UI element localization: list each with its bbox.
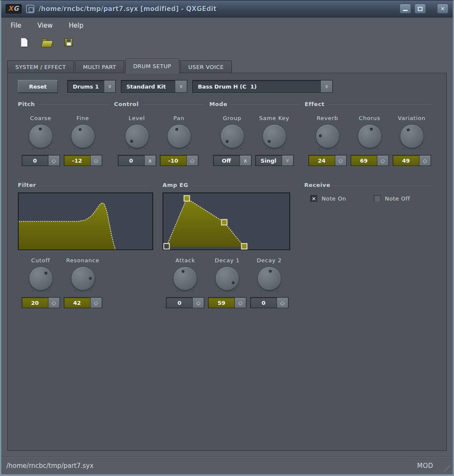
- group-header: Amp EG: [163, 181, 290, 189]
- spin-value-decay-1[interactable]: 59: [208, 298, 234, 308]
- knob-cutoff[interactable]: [29, 267, 53, 290]
- spin-value-resonance[interactable]: 42: [64, 298, 90, 308]
- spin-updown-icon[interactable]: ◇: [192, 298, 204, 308]
- reset-button[interactable]: Reset: [18, 80, 58, 93]
- envelope-node-handle-3[interactable]: [242, 244, 247, 249]
- spin-value-group[interactable]: Off: [214, 155, 240, 166]
- resize-grip[interactable]: [444, 465, 450, 471]
- save-file-button[interactable]: [63, 37, 74, 49]
- spin-value-fine[interactable]: -12: [64, 155, 90, 166]
- spin-updown-icon[interactable]: ◇: [234, 298, 246, 308]
- open-folder-icon: [42, 40, 51, 47]
- kit-select[interactable]: Standard Kit ∨: [121, 80, 187, 93]
- spin-updown-icon[interactable]: ◇: [48, 155, 60, 166]
- knob-chorus[interactable]: [358, 124, 382, 148]
- envelope-node-handle-1[interactable]: [184, 196, 190, 201]
- tab-drum-setup[interactable]: DRUM SETUP: [125, 59, 180, 73]
- tab-multi-part[interactable]: MULTI PART: [75, 60, 124, 73]
- spin-value-decay-2[interactable]: 0: [251, 298, 277, 308]
- knob-pointer: [396, 120, 427, 152]
- knob-fine[interactable]: [71, 124, 95, 148]
- chevron-down-icon[interactable]: ∨: [282, 155, 293, 166]
- knob-level[interactable]: [125, 124, 149, 148]
- knob-reverb[interactable]: [316, 124, 340, 148]
- spin-updown-icon[interactable]: ◇: [186, 155, 198, 166]
- app-window-icon[interactable]: [26, 5, 34, 13]
- spinbox-coarse: 0◇: [22, 155, 60, 166]
- filter-response-graph[interactable]: [19, 193, 148, 249]
- envelope-node-handle-2[interactable]: [222, 220, 227, 225]
- tab-user-voice[interactable]: USER VOICE: [180, 60, 232, 73]
- spin-updown-icon[interactable]: ◇: [90, 155, 102, 166]
- knob-row-pitch: Coarse0◇Fine-12◇: [18, 115, 114, 166]
- knob-pointer: [71, 267, 95, 290]
- groups-row-1: PitchCoarse0◇Fine-12◇ControlLevel0∧Pan-1…: [18, 100, 436, 166]
- tab-strip: SYSTEM / EFFECTMULTI PARTDRUM SETUPUSER …: [7, 58, 447, 73]
- tab-system-effect[interactable]: SYSTEM / EFFECT: [7, 60, 74, 73]
- spin-value-pan[interactable]: -10: [160, 155, 186, 166]
- spin-value-attack[interactable]: 0: [166, 298, 192, 308]
- amp-envelope-graph[interactable]: [163, 193, 288, 249]
- new-file-button[interactable]: [18, 37, 30, 49]
- maximize-icon: [418, 7, 423, 11]
- save-floppy-icon: [65, 38, 73, 46]
- knob-cell-fine: Fine-12◇: [62, 115, 104, 166]
- title-bar[interactable]: XG /home/rncbc/tmp/part7.syx [modified] …: [1, 0, 453, 17]
- minimize-button[interactable]: [400, 4, 411, 14]
- drums-select-value: Drums 1: [68, 80, 104, 92]
- spin-updown-icon[interactable]: ◇: [377, 155, 388, 166]
- checkbox-box-note-off[interactable]: [374, 195, 381, 202]
- spinbox-pan: -10◇: [160, 155, 198, 166]
- knob-cell-group: GroupOff∧: [211, 115, 253, 166]
- group-pitch: PitchCoarse0◇Fine-12◇: [18, 100, 114, 166]
- spinbox-variation: 49◇: [393, 155, 431, 166]
- open-file-button[interactable]: [40, 37, 52, 49]
- knob-pan[interactable]: [167, 124, 191, 148]
- drum-note-select-value: Bass Drum H (C 1): [193, 80, 320, 92]
- spin-value-reverb[interactable]: 24: [309, 155, 335, 166]
- spinbox-decay-1: 59◇: [208, 297, 246, 308]
- close-button[interactable]: ✕: [437, 4, 448, 14]
- knob-same-key[interactable]: [263, 124, 286, 148]
- spin-up-icon[interactable]: ∧: [240, 155, 251, 166]
- menu-file[interactable]: File: [11, 22, 21, 29]
- status-mod-badge: MOD: [417, 462, 433, 470]
- spin-updown-icon[interactable]: ◇: [335, 155, 346, 166]
- knob-cell-attack: Attack0◇: [164, 257, 206, 308]
- knob-decay-1[interactable]: [215, 267, 239, 290]
- spin-value-chorus[interactable]: 69: [351, 155, 377, 166]
- knob-decay-2[interactable]: [257, 267, 281, 290]
- knob-group[interactable]: [220, 124, 244, 148]
- knob-attack[interactable]: [173, 267, 197, 290]
- group-title-pitch: Pitch: [18, 101, 35, 107]
- spin-updown-icon[interactable]: ◇: [419, 155, 431, 166]
- checkbox-note-off[interactable]: Note Off: [374, 195, 410, 202]
- knob-pointer: [316, 124, 340, 148]
- spin-updown-icon[interactable]: ◇: [48, 298, 60, 308]
- spin-updown-icon[interactable]: ◇: [90, 298, 102, 308]
- spin-updown-icon[interactable]: ◇: [277, 298, 288, 308]
- spin-up-icon[interactable]: ∧: [144, 155, 156, 166]
- spin-value-cutoff[interactable]: 20: [22, 298, 48, 308]
- checkbox-note-on[interactable]: ✕Note On: [310, 195, 346, 202]
- toolbar-handle[interactable]: [6, 41, 8, 44]
- group-title-amp-eg: Amp EG: [163, 182, 188, 188]
- knob-pointer: [216, 120, 248, 152]
- menu-help[interactable]: Help: [69, 22, 83, 29]
- spin-value-variation[interactable]: 49: [393, 155, 419, 166]
- maximize-button[interactable]: [414, 4, 426, 14]
- knob-variation[interactable]: [400, 124, 424, 148]
- knob-label-variation: Variation: [398, 115, 425, 123]
- spin-value-coarse[interactable]: 0: [22, 155, 48, 166]
- envelope-node-handle-0[interactable]: [164, 244, 169, 249]
- knob-resonance[interactable]: [71, 267, 95, 290]
- knob-indicator-dot: [38, 128, 42, 131]
- drums-select[interactable]: Drums 1 ∨: [67, 80, 116, 93]
- drum-note-select[interactable]: Bass Drum H (C 1) ∨: [192, 80, 333, 93]
- spin-value-same-key[interactable]: Singl: [256, 155, 282, 166]
- spin-value-level[interactable]: 0: [118, 155, 144, 166]
- knob-label-decay-1: Decay 1: [215, 257, 240, 265]
- menu-view[interactable]: View: [37, 22, 53, 29]
- knob-coarse[interactable]: [29, 124, 53, 148]
- checkbox-box-note-on[interactable]: ✕: [310, 195, 317, 202]
